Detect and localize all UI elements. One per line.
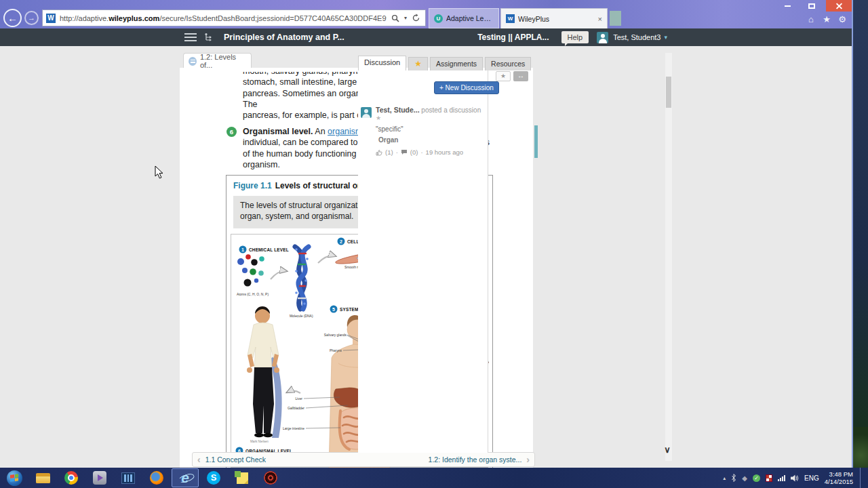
bookmark-star-button[interactable]: ★: [496, 71, 511, 81]
help-button[interactable]: Help: [561, 31, 589, 43]
taskbar-kmplayer-button[interactable]: [86, 468, 113, 487]
taskbar-notes-button[interactable]: [229, 468, 256, 487]
taskbar-explorer-button[interactable]: [29, 468, 56, 487]
new-tab-button[interactable]: [610, 11, 621, 26]
url-prefix: http://adaptive.: [60, 14, 108, 22]
back-button[interactable]: ←: [3, 9, 22, 27]
clock[interactable]: 3:48 PM 4/14/2015: [825, 470, 853, 485]
window-minimize-button[interactable]: [778, 0, 796, 12]
organism-link[interactable]: organism: [328, 127, 362, 136]
search-icon[interactable]: [391, 14, 399, 22]
post-author[interactable]: Test, Stude...: [376, 106, 420, 114]
browser-tab-wileyplus[interactable]: W WileyPlus ×: [500, 8, 608, 28]
user-menu-chevron-icon[interactable]: ▾: [664, 34, 667, 41]
tab-close-icon[interactable]: ×: [598, 15, 602, 23]
tray-update-ok-icon[interactable]: ✓: [753, 474, 760, 482]
liver-label: Liver: [295, 397, 302, 401]
browser-tab-adaptive[interactable]: U Adaptive Learning Cycle 1 - Pri...: [429, 8, 499, 28]
url-path: /secure/IsStudentDashBoard;jsessionid=D5…: [159, 14, 387, 22]
home-icon[interactable]: ⌂: [806, 14, 816, 24]
browser-chrome: ← → W http://adaptive.wileyplus.com/secu…: [0, 0, 852, 28]
window-maximize-button[interactable]: [802, 0, 822, 12]
thumbs-up-icon[interactable]: [376, 149, 382, 156]
taskbar-skype-button[interactable]: S: [200, 468, 227, 487]
level-1-title: CHEMICAL LEVEL: [249, 247, 289, 252]
search-dropdown-icon[interactable]: ▾: [404, 15, 407, 21]
tray-flag-icon[interactable]: [766, 474, 772, 482]
tab-discussion[interactable]: Discussion: [358, 56, 406, 70]
address-bar[interactable]: W http://adaptive.wileyplus.com/secure/I…: [42, 9, 426, 26]
post-avatar: [361, 107, 372, 118]
new-discussion-button[interactable]: + New Discussion: [434, 81, 499, 94]
site-favicon: W: [46, 14, 56, 23]
prev-chevron-icon: ‹: [197, 454, 201, 465]
course-name[interactable]: Testing || APPLA...: [477, 33, 549, 42]
prev-section-button[interactable]: ‹ 1.1 Concept Check: [197, 454, 266, 465]
start-button[interactable]: [1, 468, 28, 487]
bluetooth-icon[interactable]: [731, 474, 736, 482]
system-tray: ▴ ◆ ✓ ENG 3:48 PM 4/14/2015: [723, 468, 864, 488]
taskbar-ie-button[interactable]: e: [172, 468, 199, 487]
star-icon: ★: [414, 59, 422, 68]
post-quote: "specific": [376, 125, 486, 133]
tab-resources[interactable]: Resources: [485, 57, 531, 70]
post-topic[interactable]: Organ: [378, 136, 486, 144]
speaker-icon[interactable]: [791, 474, 799, 482]
organismal-man-photo: [247, 306, 282, 438]
tray-expand-icon[interactable]: ▴: [723, 475, 726, 481]
page-body: 1.2: Levels of... ★ ↔ mouth, salivary gl…: [0, 46, 852, 468]
user-avatar[interactable]: [597, 32, 608, 43]
taskbar-firefox-button[interactable]: [143, 468, 170, 487]
sticky-notes-icon: [237, 472, 248, 484]
tab-favorites[interactable]: ★: [408, 57, 428, 70]
discussion-post[interactable]: Test, Stude... posted a discussion ★ "sp…: [361, 106, 486, 156]
settings-gear-icon[interactable]: ⚙: [837, 14, 848, 24]
menu-hamburger-icon[interactable]: [184, 33, 197, 41]
sidebar-tabs: Discussion ★ Assignments Resources: [358, 56, 533, 70]
comment-icon[interactable]: [401, 149, 408, 155]
mixer-icon: [121, 472, 135, 484]
next-chevron-icon: ›: [526, 454, 530, 465]
content-scroll-indicator[interactable]: [534, 125, 538, 158]
url-text[interactable]: http://adaptive.wileyplus.com/secure/IsS…: [60, 14, 387, 22]
tab-assignments[interactable]: Assignments: [430, 57, 483, 70]
scroll-down-chevron-icon[interactable]: ∨: [661, 445, 673, 458]
post-meta: (1) · (0) · 19 hours ago: [376, 148, 486, 156]
favorites-star-icon[interactable]: ★: [821, 14, 832, 24]
recorder-icon: [264, 471, 277, 485]
taskbar-chrome-button[interactable]: [58, 468, 85, 487]
level-5-number: 5: [332, 307, 335, 312]
network-signal-icon[interactable]: [778, 474, 785, 481]
chrome-icon: [64, 471, 78, 485]
figure-label[interactable]: Figure 1.1: [233, 181, 272, 190]
language-indicator[interactable]: ENG: [804, 474, 819, 482]
browser-tab-label: Adaptive Learning Cycle 1 - Pri...: [446, 14, 494, 22]
show-desktop-button[interactable]: [860, 468, 864, 488]
section-tab-icon: [189, 57, 197, 66]
tab-strip: U Adaptive Learning Cycle 1 - Pri... W W…: [429, 8, 621, 28]
window-close-button[interactable]: [826, 0, 852, 12]
windows-start-icon: [7, 470, 22, 486]
sidebar-scrollbar[interactable]: [665, 53, 672, 461]
toc-hierarchy-icon[interactable]: [204, 33, 214, 42]
arrow-atoms-to-molecule: [271, 271, 287, 279]
clock-date: 4/14/2015: [825, 478, 853, 485]
scrollbar-thumb[interactable]: [666, 77, 671, 108]
book-title[interactable]: Principles of Anatomy and P...: [224, 33, 344, 42]
mouse-cursor: [155, 165, 164, 179]
taskbar-recorder-button[interactable]: [257, 468, 284, 487]
taskbar: e S ▴ ◆ ✓ ENG 3:48 PM 4/14/2015: [0, 468, 868, 488]
prev-section-label: 1.1 Concept Check: [205, 455, 266, 464]
expand-width-button[interactable]: ↔: [513, 71, 528, 81]
next-section-label: 1.2: Identify the organ syste...: [429, 455, 522, 464]
post-star-icon[interactable]: ★: [376, 115, 381, 121]
user-name[interactable]: Test, Student3: [613, 33, 660, 41]
level-1-number: 1: [241, 247, 244, 252]
etext-section-tab[interactable]: 1.2: Levels of...: [183, 53, 252, 68]
next-section-button[interactable]: 1.2: Identify the organ syste... ›: [429, 454, 530, 465]
tray-diamond-icon[interactable]: ◆: [742, 474, 747, 482]
arrow-molecule-to-cell: [318, 256, 336, 263]
taskbar-mixer-button[interactable]: [115, 468, 142, 487]
forward-button[interactable]: →: [24, 11, 39, 25]
refresh-icon[interactable]: [412, 14, 420, 22]
